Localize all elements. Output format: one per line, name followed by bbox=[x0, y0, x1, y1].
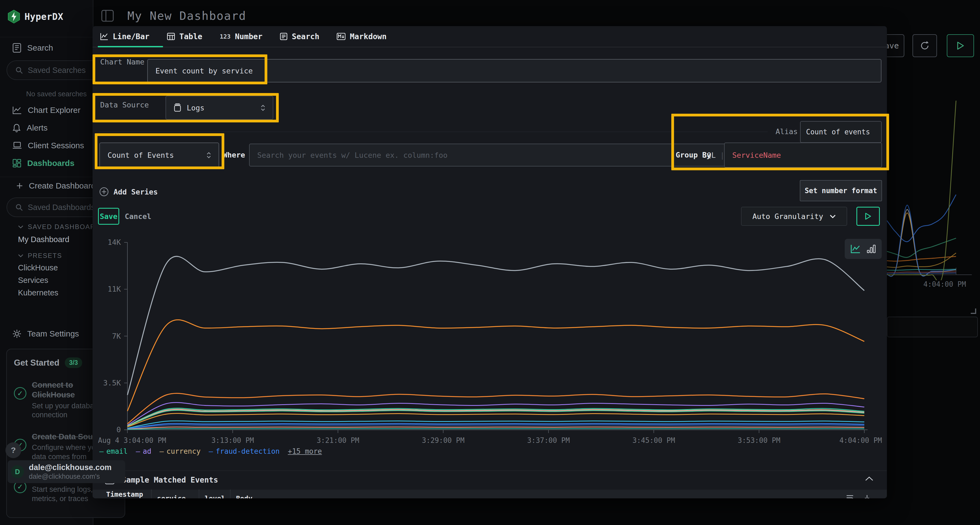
magnifier-icon bbox=[15, 203, 23, 211]
alias-input[interactable]: Count of events bbox=[800, 121, 882, 143]
chart-name-label: Chart Name bbox=[100, 58, 145, 66]
sidebar-item-clickhouse[interactable]: ClickHouse bbox=[18, 263, 58, 272]
sidebar-item-client-sessions[interactable]: Client Sessions bbox=[13, 141, 84, 150]
event-count-line-chart[interactable]: 14K11K7K3.5K0Aug 4 3:04:00 PM3:13:00 PM3… bbox=[92, 233, 887, 462]
tab-markdown[interactable]: Markdown bbox=[337, 32, 387, 41]
legend-item-email[interactable]: —email bbox=[99, 447, 128, 455]
tab-line-bar[interactable]: Line/Bar bbox=[100, 32, 150, 41]
plus-circle-icon bbox=[99, 187, 109, 197]
set-number-format-button[interactable]: Set number format bbox=[800, 180, 882, 201]
background-chart-series-line bbox=[887, 209, 956, 276]
hyperdx-logo-icon bbox=[8, 10, 20, 24]
column-header-level[interactable]: level bbox=[199, 490, 230, 498]
help-button[interactable]: ? bbox=[5, 442, 21, 458]
chart-type-tabs: Line/Bar Table 123 Number Search Markdow… bbox=[92, 26, 887, 48]
table-icon bbox=[167, 33, 175, 40]
tab-table[interactable]: Table bbox=[167, 32, 202, 41]
brand: HyperDX bbox=[8, 10, 64, 24]
tab-label: Table bbox=[180, 32, 202, 41]
chart-series-line[interactable] bbox=[127, 429, 864, 430]
sample-matched-events-title: Sample Matched Events bbox=[122, 476, 218, 484]
data-source-select[interactable]: Logs bbox=[165, 96, 273, 120]
download-icon[interactable] bbox=[864, 495, 870, 498]
divider bbox=[0, 177, 93, 177]
check-circle-icon: ✓ bbox=[14, 387, 26, 400]
chevron-down-icon bbox=[830, 215, 836, 218]
filter-icon[interactable] bbox=[846, 495, 854, 498]
list-icon bbox=[280, 33, 288, 40]
resize-handle-icon[interactable] bbox=[968, 306, 976, 314]
data-source-label: Data Source bbox=[100, 101, 149, 109]
background-chart-series-line bbox=[887, 195, 956, 242]
sidebar-item-kubernetes[interactable]: Kubernetes bbox=[18, 288, 58, 297]
get-started-progress-badge: 3/3 bbox=[65, 357, 82, 368]
create-dashboard-button[interactable]: Create Dashboard bbox=[16, 181, 95, 190]
active-tab-indicator bbox=[98, 46, 163, 48]
sidebar-collapse-icon[interactable] bbox=[101, 10, 114, 22]
background-chart-series-line bbox=[887, 273, 956, 273]
user-team: dale@clickhouse.com's bbox=[29, 473, 123, 481]
column-header-service[interactable]: service bbox=[151, 490, 199, 498]
add-series-button[interactable]: Add Series bbox=[99, 187, 158, 197]
dashboard-run-button[interactable] bbox=[947, 34, 974, 57]
sidebar-item-label: Chart Explorer bbox=[28, 106, 80, 115]
sidebar-item-alerts[interactable]: Alerts bbox=[13, 123, 48, 132]
database-icon bbox=[174, 103, 181, 112]
sidebar-item-team-settings[interactable]: Team Settings bbox=[13, 329, 79, 338]
chevron-up-icon bbox=[865, 477, 873, 481]
legend-label: ad bbox=[143, 447, 151, 455]
x-axis-tick-label: 3:29:00 PM bbox=[422, 436, 465, 444]
legend-more-link[interactable]: +15 more bbox=[288, 447, 322, 455]
x-axis-tick-label: 3:13:00 PM bbox=[211, 436, 254, 444]
x-axis-tick-label: 3:45:00 PM bbox=[632, 436, 675, 444]
x-axis-tick-label: Aug 4 3:04:00 PM bbox=[98, 436, 166, 444]
background-dashboard-tile-chart bbox=[887, 90, 980, 280]
y-axis-tick-label: 7K bbox=[112, 332, 121, 340]
page-title: My New Dashboard bbox=[127, 9, 247, 22]
legend-item-currency[interactable]: —currency bbox=[159, 447, 200, 455]
legend-item-fraud-detection[interactable]: —fraud-detection bbox=[209, 447, 280, 455]
background-chart-series-line bbox=[887, 101, 956, 280]
tab-search[interactable]: Search bbox=[280, 32, 319, 41]
tab-number[interactable]: 123 Number bbox=[220, 32, 262, 41]
collapse-section-button[interactable] bbox=[865, 477, 873, 482]
sidebar-item-search[interactable]: Search bbox=[13, 43, 53, 53]
column-header-timestamp[interactable]: Timestamp (Local) bbox=[92, 490, 151, 498]
sidebar-item-chart-explorer[interactable]: Chart Explorer bbox=[13, 106, 80, 115]
chart-series-line-fraud-detection[interactable] bbox=[127, 423, 864, 429]
user-menu[interactable]: D dale@clickhouse.com dale@clickhouse.co… bbox=[8, 460, 125, 483]
chart-line-icon bbox=[13, 106, 22, 114]
no-saved-searches-text: No saved searches bbox=[26, 90, 87, 98]
tab-label: Number bbox=[235, 32, 262, 41]
where-placeholder: Search your events w/ Lucene ex. column:… bbox=[257, 151, 447, 159]
refresh-button[interactable] bbox=[913, 34, 937, 57]
section-label-text: PRESETS bbox=[28, 252, 62, 260]
group-by-input[interactable]: ServiceName bbox=[724, 143, 882, 168]
background-empty-tile bbox=[887, 317, 978, 337]
run-query-button[interactable] bbox=[856, 207, 880, 226]
legend-label: fraud-detection bbox=[216, 447, 280, 455]
data-source-value: Logs bbox=[187, 104, 204, 112]
chart-name-input[interactable]: Event count by service bbox=[147, 59, 881, 82]
sidebar-item-my-dashboard[interactable]: My Dashboard bbox=[18, 235, 69, 244]
save-button[interactable]: Save bbox=[98, 208, 119, 225]
sidebar-item-services[interactable]: Services bbox=[18, 276, 48, 285]
sidebar-item-dashboards[interactable]: Dashboards bbox=[13, 159, 74, 168]
aggregation-select[interactable]: Count of Events bbox=[99, 143, 219, 168]
divider bbox=[92, 471, 887, 471]
presets-section[interactable]: PRESETS bbox=[18, 252, 62, 260]
background-chart-series-line bbox=[887, 205, 956, 276]
cancel-button[interactable]: Cancel bbox=[123, 208, 153, 225]
column-header-body[interactable]: Body bbox=[230, 490, 339, 498]
avatar: D bbox=[11, 465, 24, 478]
granularity-select[interactable]: Auto Granularity bbox=[741, 207, 847, 226]
markdown-icon bbox=[337, 33, 345, 40]
chart-series-line[interactable] bbox=[127, 393, 864, 424]
add-series-label: Add Series bbox=[113, 188, 158, 196]
sidebar-item-label: Alerts bbox=[27, 123, 48, 132]
legend-item-ad[interactable]: —ad bbox=[136, 447, 151, 455]
chart-name-value: Event count by service bbox=[156, 67, 253, 75]
dashboard-icon bbox=[13, 159, 21, 168]
laptop-icon bbox=[13, 142, 22, 149]
x-axis-tick-label: 4:04:00 PM bbox=[839, 436, 882, 444]
